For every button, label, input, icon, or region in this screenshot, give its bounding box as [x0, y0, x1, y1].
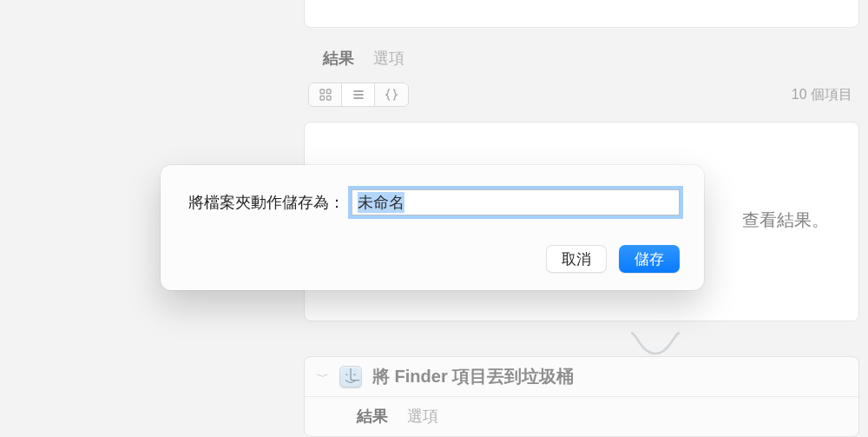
action-subtabs-2: 結果 選項 — [305, 397, 858, 427]
svg-point-9 — [354, 374, 356, 375]
svg-point-8 — [345, 374, 347, 375]
action-box-previous — [304, 0, 859, 28]
tab-results-2[interactable]: 結果 — [357, 406, 388, 427]
filename-input[interactable] — [352, 189, 680, 215]
results-toolbar: 10 個項目 — [308, 83, 852, 107]
view-braces-icon[interactable] — [375, 83, 408, 106]
tab-options[interactable]: 選項 — [373, 48, 404, 69]
chevron-down-icon[interactable]: ﹀ — [317, 370, 329, 382]
action-connector-icon — [629, 331, 681, 357]
tab-options-2[interactable]: 選項 — [407, 406, 438, 427]
action-header[interactable]: ﹀ 將 Finder 項目丟到垃圾桶 — [305, 357, 858, 397]
view-list-icon[interactable] — [342, 83, 375, 106]
finder-icon — [339, 366, 362, 388]
svg-rect-2 — [320, 96, 325, 101]
action-title: 將 Finder 項目丟到垃圾桶 — [372, 365, 574, 388]
action-move-to-trash: ﹀ 將 Finder 項目丟到垃圾桶 結果 選項 — [304, 356, 859, 437]
save-button[interactable]: 儲存 — [619, 245, 680, 273]
svg-rect-1 — [326, 89, 331, 94]
cancel-button[interactable]: 取消 — [546, 245, 607, 273]
save-as-label: 將檔案夾動作儲存為： — [188, 192, 345, 213]
see-results-text: 查看結果。 — [742, 209, 829, 232]
view-mode-segmented[interactable] — [308, 83, 409, 107]
svg-rect-0 — [320, 89, 325, 94]
item-count-label: 10 個項目 — [792, 86, 852, 104]
tab-results[interactable]: 結果 — [323, 48, 354, 69]
save-dialog: 將檔案夾動作儲存為： 取消 儲存 — [161, 165, 704, 290]
svg-rect-3 — [326, 96, 331, 101]
action-subtabs: 結果 選項 — [323, 48, 404, 69]
view-grid-icon[interactable] — [309, 83, 342, 106]
